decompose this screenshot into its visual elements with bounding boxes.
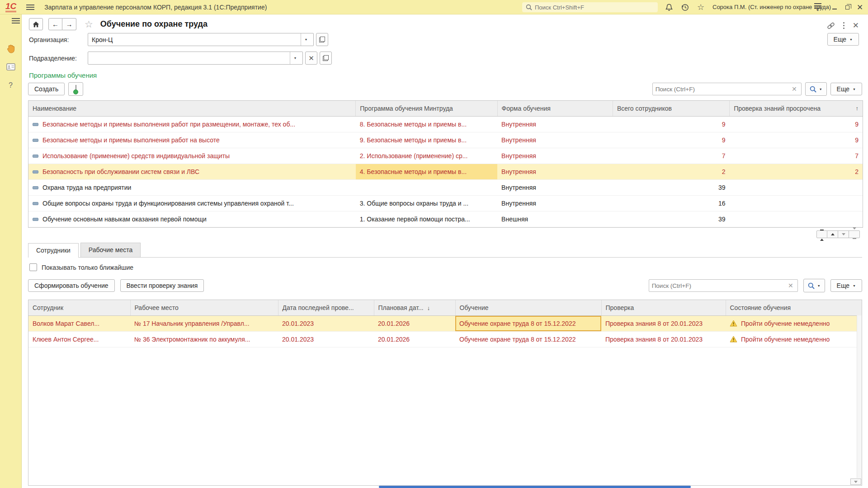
cell-program[interactable]: 4. Безопасные методы и приемы в...	[356, 164, 497, 179]
restore-icon[interactable]	[842, 2, 853, 13]
table-row[interactable]: Охрана труда на предприятииВнутренняя39	[28, 179, 863, 195]
table-row[interactable]: Безопасные методы и приемы выполнения ра…	[28, 116, 863, 132]
cell-form[interactable]: Внутренняя	[497, 164, 613, 179]
cell-total[interactable]: 39	[613, 179, 729, 195]
cell-training[interactable]: Обучение охране труда 8 от 15.12.2022	[455, 315, 601, 331]
col-status[interactable]: Состояние обучения	[726, 300, 862, 315]
table-row[interactable]: Обучение основным навыкам оказания перво…	[28, 211, 863, 227]
col-planned[interactable]: Плановая дат...↓	[374, 300, 455, 315]
col-name[interactable]: Наименование	[28, 101, 356, 116]
programs-section-title[interactable]: Программы обучения	[29, 71, 97, 79]
department-dropdown-icon[interactable]: ▼	[290, 52, 300, 64]
cell-employee[interactable]: Волков Марат Савел...	[28, 315, 130, 331]
col-employee[interactable]: Сотрудник	[28, 300, 130, 315]
cell-total[interactable]: 7	[613, 148, 729, 164]
cell-total[interactable]: 2	[613, 164, 729, 179]
cell-overdue[interactable]	[730, 195, 863, 211]
department-field[interactable]: ▼	[88, 52, 303, 65]
cell-name[interactable]: Использование (применение) средств индив…	[28, 148, 356, 164]
cell-employee[interactable]: Клюев Антон Сергее...	[28, 331, 130, 347]
vertical-scrollbar[interactable]	[857, 315, 862, 478]
table-row[interactable]: Безопасные методы и приемы выполнения ра…	[28, 132, 863, 148]
horizontal-scrollbar-thumb[interactable]	[379, 486, 691, 488]
discussions-hand-icon[interactable]	[0, 44, 21, 53]
tools-menu-icon[interactable]	[0, 18, 21, 23]
cell-total[interactable]: 39	[613, 211, 729, 227]
cell-form[interactable]: Внутренняя	[497, 116, 613, 132]
cell-name[interactable]: Охрана труда на предприятии	[28, 179, 356, 195]
employees-header-row[interactable]: Сотрудник Рабочее место Дата последней п…	[28, 300, 862, 315]
enter-knowledge-check-button[interactable]: Ввести проверку знания	[120, 279, 204, 292]
employees-more-button[interactable]: Еще▼	[830, 279, 862, 292]
link-icon[interactable]	[827, 22, 835, 29]
table-row[interactable]: Клюев Антон Сергее...№ 36 Электромонтажн…	[28, 331, 862, 347]
scroll-to-bottom-icon[interactable]	[849, 230, 860, 238]
tab-employees[interactable]: Сотрудники	[28, 243, 79, 258]
programs-search-input[interactable]	[656, 86, 790, 93]
col-total[interactable]: Всего сотрудников	[613, 101, 729, 116]
employees-search-input[interactable]	[652, 282, 787, 289]
col-training[interactable]: Обучение	[455, 300, 601, 315]
cell-planned[interactable]: 20.01.2026	[374, 315, 455, 331]
col-program[interactable]: Программа обучения Минтруда	[356, 101, 497, 116]
global-search-input[interactable]	[535, 4, 648, 11]
col-workplace[interactable]: Рабочее место	[130, 300, 278, 315]
notifications-bell-icon[interactable]	[664, 2, 675, 13]
col-check[interactable]: Проверка	[601, 300, 726, 315]
cell-check[interactable]: Проверка знания 8 от 20.01.2023	[601, 331, 726, 347]
programs-search[interactable]: ✕	[652, 83, 802, 95]
programs-header-row[interactable]: Наименование Программа обучения Минтруда…	[28, 101, 863, 116]
tab-workplaces[interactable]: Рабочие места	[80, 243, 141, 257]
cell-form[interactable]: Внешняя	[497, 211, 613, 227]
add-favorite-star-icon[interactable]: ☆	[85, 19, 93, 30]
cell-form[interactable]: Внутренняя	[497, 148, 613, 164]
col-form[interactable]: Форма обучения	[497, 101, 613, 116]
scroll-corner-icon[interactable]	[850, 479, 861, 485]
department-clear-icon[interactable]: ✕	[305, 52, 317, 65]
create-copy-icon[interactable]	[68, 82, 83, 96]
generate-training-button[interactable]: Сформировать обучение	[28, 279, 115, 292]
organization-input[interactable]	[88, 34, 301, 45]
history-icon[interactable]	[679, 2, 690, 13]
cell-program[interactable]: 1. Оказание первой помощи постра...	[356, 211, 497, 227]
organization-dropdown-icon[interactable]: ▼	[301, 33, 311, 46]
organization-open-icon[interactable]	[316, 33, 328, 46]
cell-training[interactable]: Обучение охране труда 8 от 15.12.2022	[455, 331, 601, 347]
programs-search-button[interactable]: ▼	[805, 82, 827, 96]
cell-program[interactable]: 3. Общие вопросы охраны труда и ...	[356, 195, 497, 211]
cell-overdue[interactable]: 9	[730, 116, 863, 132]
employees-search-button[interactable]: ▼	[803, 279, 825, 292]
close-window-icon[interactable]: ✕	[854, 2, 865, 13]
close-form-icon[interactable]: ✕	[853, 21, 859, 30]
programs-search-clear-icon[interactable]: ✕	[790, 85, 798, 93]
employees-search[interactable]: ✕	[649, 279, 798, 292]
cell-name[interactable]: Безопасные методы и приемы выполнения ра…	[28, 116, 356, 132]
cell-total[interactable]: 16	[613, 195, 729, 211]
col-overdue[interactable]: ↑Проверка знаний просрочена	[730, 101, 863, 116]
table-row[interactable]: Волков Марат Савел...№ 17 Начальник упра…	[28, 315, 862, 331]
home-icon[interactable]	[29, 18, 43, 30]
scroll-up-icon[interactable]	[827, 230, 838, 238]
cell-last-check[interactable]: 20.01.2023	[278, 331, 374, 347]
cell-name[interactable]: Обучение основным навыкам оказания перво…	[28, 211, 356, 227]
cell-name[interactable]: Общие вопросы охраны труда и функциониро…	[28, 195, 356, 211]
cell-form[interactable]: Внутренняя	[497, 195, 613, 211]
department-open-icon[interactable]	[320, 52, 332, 65]
cell-overdue[interactable]	[730, 179, 863, 195]
cell-program[interactable]: 9. Безопасные методы и приемы в...	[356, 132, 497, 148]
cell-planned[interactable]: 20.01.2026	[374, 331, 455, 347]
cell-overdue[interactable]	[730, 211, 863, 227]
global-search[interactable]	[522, 2, 658, 12]
cell-overdue[interactable]: 7	[730, 148, 863, 164]
cell-form[interactable]: Внутренняя	[497, 132, 613, 148]
form-more-button[interactable]: Еще▼	[827, 33, 859, 46]
cell-status[interactable]: Пройти обучение немедленно	[726, 331, 862, 347]
cell-name[interactable]: Безопасность при обслуживании систем свя…	[28, 164, 356, 179]
department-input[interactable]	[88, 52, 290, 64]
table-row[interactable]: Использование (применение) средств индив…	[28, 148, 863, 164]
cell-overdue[interactable]: 9	[730, 132, 863, 148]
nearest-only-checkbox[interactable]	[29, 263, 37, 271]
table-row[interactable]: Безопасность при обслуживании систем свя…	[28, 164, 863, 179]
help-icon[interactable]: ?	[0, 81, 21, 89]
cell-program[interactable]: 8. Безопасные методы и приемы в...	[356, 116, 497, 132]
